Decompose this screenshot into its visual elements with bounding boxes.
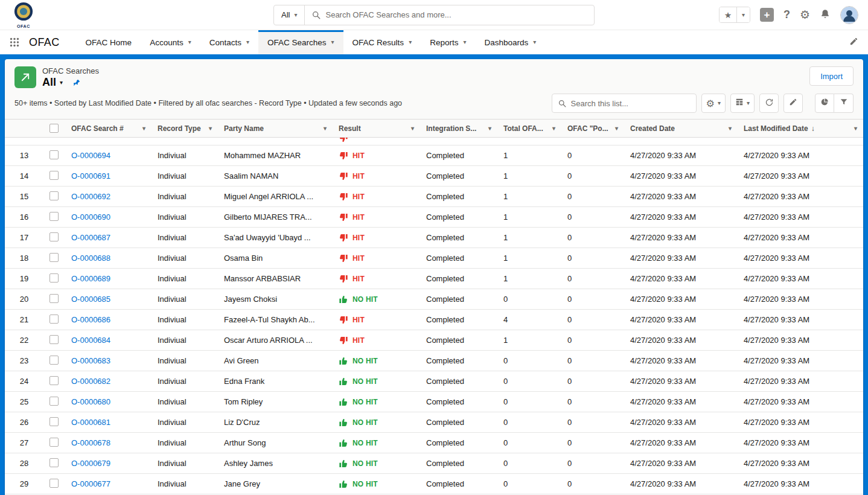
- row-checkbox[interactable]: [49, 335, 59, 344]
- column-header-result[interactable]: Result ▾: [333, 120, 420, 137]
- ofac-search-link[interactable]: O-0000692: [71, 192, 110, 201]
- row-checkbox[interactable]: [49, 397, 59, 406]
- app-launcher-icon[interactable]: [10, 37, 19, 47]
- chevron-down-icon[interactable]: ▾: [331, 39, 334, 45]
- filters-button[interactable]: [834, 94, 854, 113]
- row-checkbox[interactable]: [49, 171, 59, 180]
- chevron-down-icon[interactable]: ▾: [411, 126, 414, 132]
- list-view-name[interactable]: All: [42, 76, 56, 89]
- result-label: HIT: [353, 152, 365, 160]
- search-scope-selector[interactable]: All ▾: [274, 5, 305, 25]
- user-profile-button[interactable]: [840, 6, 858, 24]
- row-checkbox[interactable]: [49, 294, 59, 303]
- import-button[interactable]: Import: [809, 66, 854, 86]
- global-search-input[interactable]: [325, 10, 594, 19]
- row-checkbox[interactable]: [49, 458, 59, 467]
- chevron-down-icon[interactable]: ▾: [463, 39, 466, 45]
- row-checkbox[interactable]: [49, 232, 59, 241]
- row-checkbox[interactable]: [49, 376, 59, 385]
- ofac-search-link[interactable]: O-0000683: [71, 356, 110, 365]
- nav-tab-dashboards[interactable]: Dashboards ▾: [475, 30, 545, 54]
- ofac-search-link[interactable]: O-0000690: [71, 212, 110, 222]
- nav-tab-ofac-searches[interactable]: OFAC Searches ▾: [258, 30, 343, 54]
- nav-tab-contacts[interactable]: Contacts ▾: [200, 30, 258, 54]
- global-actions-button[interactable]: +: [760, 8, 774, 22]
- display-as-button[interactable]: ▾: [730, 94, 755, 113]
- chevron-down-icon[interactable]: ▾: [246, 39, 249, 45]
- chevron-down-icon[interactable]: ▾: [854, 126, 857, 132]
- ofac-po-cell: 0: [561, 315, 624, 324]
- pin-icon[interactable]: [72, 78, 81, 87]
- ofac-search-link[interactable]: O-0000694: [71, 151, 110, 160]
- charts-button[interactable]: [815, 94, 834, 113]
- chevron-down-icon[interactable]: ▾: [533, 39, 536, 45]
- favorites-star-button[interactable]: ★: [720, 7, 736, 22]
- thumb-icon: [339, 356, 348, 366]
- nav-tab-reports[interactable]: Reports ▾: [421, 30, 475, 54]
- column-header-ofac-search-number[interactable]: OFAC Search # ▾: [65, 120, 152, 137]
- chevron-down-icon[interactable]: ▾: [60, 80, 63, 86]
- ofac-search-link[interactable]: O-0000679: [71, 459, 110, 468]
- org-logo[interactable]: OFAC: [10, 2, 37, 28]
- refresh-button[interactable]: [759, 94, 779, 113]
- row-checkbox[interactable]: [49, 150, 59, 159]
- ofac-search-link[interactable]: O-0000681: [71, 418, 110, 427]
- integration-status-cell: Completed: [420, 377, 497, 386]
- chart-filter-group: [815, 94, 854, 113]
- list-search-input[interactable]: [571, 99, 690, 108]
- inline-edit-button[interactable]: [783, 94, 803, 113]
- column-header-party-name[interactable]: Party Name ▾: [218, 120, 333, 137]
- help-button[interactable]: ?: [783, 8, 790, 21]
- nav-tab-label: OFAC Searches: [267, 38, 327, 47]
- nav-tab-ofac-results[interactable]: OFAC Results ▾: [343, 30, 421, 54]
- notifications-button[interactable]: [820, 8, 831, 22]
- nav-tab-accounts[interactable]: Accounts ▾: [141, 30, 200, 54]
- favorites-caret-button[interactable]: ▾: [736, 7, 750, 22]
- row-checkbox[interactable]: [49, 191, 59, 200]
- ofac-search-link[interactable]: O-0000687: [71, 233, 110, 242]
- chevron-down-icon[interactable]: ▾: [409, 39, 412, 45]
- chevron-down-icon[interactable]: ▾: [615, 126, 618, 132]
- select-all-checkbox[interactable]: [49, 124, 59, 133]
- ofac-search-link[interactable]: O-0000685: [71, 295, 110, 304]
- party-name-cell: Oscar Arturo ARRIOLA ...: [218, 336, 333, 345]
- chevron-down-icon[interactable]: ▾: [209, 126, 212, 132]
- row-checkbox[interactable]: [49, 253, 59, 262]
- column-header-created-date[interactable]: Created Date ▾: [624, 120, 738, 137]
- chevron-down-icon[interactable]: ▾: [552, 126, 555, 132]
- entity-label: OFAC Searches: [42, 66, 99, 75]
- ofac-search-link[interactable]: O-0000691: [71, 171, 110, 180]
- row-checkbox[interactable]: [49, 356, 59, 365]
- row-checkbox[interactable]: [49, 438, 59, 447]
- record-type-cell: Indiviual: [152, 459, 218, 468]
- column-header-record-type[interactable]: Record Type ▾: [152, 120, 218, 137]
- ofac-search-link[interactable]: O-0000686: [71, 315, 110, 324]
- chevron-down-icon[interactable]: ▾: [142, 126, 145, 132]
- ofac-search-link[interactable]: O-0000684: [71, 336, 110, 345]
- column-header-select-all[interactable]: [43, 120, 65, 137]
- column-header-total-ofac[interactable]: Total OFA... ▾: [497, 120, 561, 137]
- ofac-search-link[interactable]: O-0000688: [71, 254, 110, 263]
- row-checkbox[interactable]: [49, 417, 59, 426]
- list-settings-button[interactable]: ⚙ ▾: [701, 94, 726, 113]
- column-header-last-modified-date[interactable]: Last Modified Date ↓ ▾: [738, 120, 863, 137]
- column-header-ofac-po[interactable]: OFAC "Po... ▾: [561, 120, 624, 137]
- ofac-search-link[interactable]: O-0000678: [71, 438, 110, 447]
- row-checkbox[interactable]: [49, 212, 59, 221]
- chevron-down-icon[interactable]: ▾: [729, 126, 732, 132]
- ofac-search-link[interactable]: O-0000680: [71, 397, 110, 406]
- edit-nav-button[interactable]: [849, 37, 858, 48]
- chevron-down-icon[interactable]: ▾: [324, 126, 327, 132]
- ofac-search-link[interactable]: O-0000689: [71, 274, 110, 283]
- nav-tab-ofac-home[interactable]: OFAC Home: [77, 30, 141, 54]
- setup-button[interactable]: ⚙: [800, 9, 810, 21]
- ofac-search-link[interactable]: O-0000682: [71, 377, 110, 386]
- row-checkbox[interactable]: [49, 315, 59, 324]
- chevron-down-icon[interactable]: ▾: [188, 39, 191, 45]
- row-checkbox[interactable]: [49, 479, 59, 488]
- table-row: 24 O-0000682 Indiviual Edna Frank NO HIT…: [5, 371, 863, 392]
- chevron-down-icon[interactable]: ▾: [488, 126, 491, 132]
- ofac-search-link[interactable]: O-0000677: [71, 479, 110, 488]
- row-checkbox[interactable]: [49, 273, 59, 283]
- column-header-integration-status[interactable]: Integration S... ▾: [420, 120, 497, 137]
